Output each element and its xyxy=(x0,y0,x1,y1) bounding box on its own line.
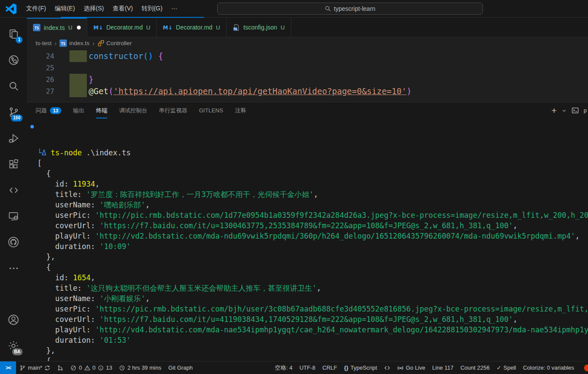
terminal-shell-label: p xyxy=(584,107,588,114)
terminal-line: duration: '10:09' xyxy=(37,241,588,252)
menu-item-3[interactable]: 查看(V) xyxy=(108,3,137,15)
breadcrumb: ts-test›TSindex.ts›Controller xyxy=(27,37,588,49)
panel-tab-问题[interactable]: 问题13 xyxy=(36,103,61,118)
statusbar-time-tracker[interactable]: 2 hrs 39 mins xyxy=(116,361,165,374)
statusbar-git-graph-icon-button[interactable] xyxy=(54,361,67,374)
terminal-dropdown-chevron-icon[interactable] xyxy=(562,108,567,113)
breadcrumb-label: index.ts xyxy=(69,40,89,46)
activity-settings-icon[interactable]: BA xyxy=(3,335,24,357)
panel-tab-串行监视器[interactable]: 串行监视器 xyxy=(159,103,187,118)
editor-line-24[interactable]: 24constructor() { xyxy=(27,50,588,62)
warn-count: 0 xyxy=(92,364,96,371)
statusbar-language-mode-label: TypeScript xyxy=(350,364,377,371)
svg-text:M↓: M↓ xyxy=(163,25,172,31)
terminal-line: coverUrl: 'https://f7.baidu.com/it/u=411… xyxy=(37,314,588,325)
panel-tab-label: 问题 xyxy=(36,107,47,115)
tab-Decorator.md[interactable]: M↓Decorator.mdU xyxy=(157,18,226,37)
git-change-gutter xyxy=(69,74,87,85)
editor-line-26[interactable]: 26} xyxy=(27,74,588,85)
error-status-icon xyxy=(70,365,76,371)
statusbar-spell-checker[interactable]: ✓Spell xyxy=(493,361,519,374)
breadcrumb-item-Controller[interactable]: Controller xyxy=(98,40,132,46)
tab-index.ts[interactable]: TSindex.tsU xyxy=(27,18,87,37)
tab-git-status: U xyxy=(216,24,220,31)
account-glyph-icon xyxy=(7,314,20,326)
terminal-line: id: 11934, xyxy=(37,179,588,189)
new-terminal-button[interactable]: + xyxy=(552,106,557,115)
statusbar-spell-checker-label: Spell xyxy=(503,364,516,371)
tab-git-status: U xyxy=(68,24,72,31)
line-number: 26 xyxy=(27,74,54,85)
angles-status-icon xyxy=(384,365,390,371)
statusbar-line-indicator[interactable]: Line 117 xyxy=(429,361,457,374)
terminal-line: }, xyxy=(37,252,588,262)
activity-run-debug-icon[interactable] xyxy=(3,127,24,149)
activity-explorer-icon[interactable]: 1 xyxy=(3,23,24,45)
statusbar-time-tracker-label: 2 hrs 39 mins xyxy=(127,364,161,371)
activity-search-icon[interactable] xyxy=(3,75,24,97)
class-breadcrumb-icon xyxy=(98,40,104,46)
activity-gitlens-icon[interactable] xyxy=(3,49,24,71)
editor-line-27[interactable]: 27@Get('https://api.apiopen.top/api/getH… xyxy=(27,85,588,97)
panel-tab-输出[interactable]: 输出 xyxy=(73,103,84,118)
panel-tab-调试控制台[interactable]: 调试控制台 xyxy=(119,103,147,118)
bottom-panel: 问题13输出终端调试控制台串行监视器GITLENS注释 + p └Δ ts-no… xyxy=(27,102,588,361)
tab-dirty-dot[interactable] xyxy=(77,26,81,30)
panel-tab-label: 输出 xyxy=(73,107,84,115)
statusbar-go-live[interactable]: Go Live xyxy=(394,361,429,374)
breadcrumb-item-index.ts[interactable]: TSindex.ts xyxy=(59,39,89,47)
statusbar-branch[interactable]: main* xyxy=(16,361,54,374)
activity-extensions-icon[interactable] xyxy=(3,153,24,175)
terminal-output[interactable]: └Δ ts-node .\index.ts[ { id: 11934, titl… xyxy=(27,118,588,361)
panel-tab-终端[interactable]: 终端 xyxy=(96,103,107,118)
statusbar-remote[interactable]: >< xyxy=(0,361,16,374)
terminal-line: duration: '01:53' xyxy=(37,335,588,345)
panel-tab-注释[interactable]: 注释 xyxy=(235,103,246,118)
activity-bar: 1150BA xyxy=(0,18,27,361)
menu-item-2[interactable]: 选择(S) xyxy=(79,3,109,15)
tab-Decorator.md[interactable]: M↓Decorator.mdU xyxy=(87,18,157,37)
statusbar-problems[interactable]: 0013 xyxy=(67,361,116,374)
gitlens-glyph-icon xyxy=(8,54,20,66)
activity-account-icon[interactable] xyxy=(3,309,24,331)
panel-tab-GITLENS[interactable]: GITLENS xyxy=(199,103,223,118)
ts-breadcrumb-icon: TS xyxy=(59,39,67,47)
menu-item-4[interactable]: 转到(G) xyxy=(137,3,167,15)
statusbar-highlight-toggle[interactable] xyxy=(380,361,394,374)
status-bar: ><main*00132 hrs 39 minsGit Graph 空格: 4U… xyxy=(0,361,588,374)
menu-item-1[interactable]: 编辑(E) xyxy=(50,3,79,15)
command-center-search[interactable]: typescript-learn xyxy=(217,3,483,15)
statusbar-encoding[interactable]: UTF-8 xyxy=(296,361,319,374)
terminal-line: playUrl: 'http://vd2.bdstatic.com/mda-nd… xyxy=(37,231,588,241)
terminal-profile-icon[interactable] xyxy=(571,107,579,114)
breadcrumb-item-ts-test[interactable]: ts-test xyxy=(36,40,52,46)
editor-line-25[interactable]: 25 xyxy=(27,62,588,74)
tab-label: Decorator.md xyxy=(106,24,143,31)
statusbar-eol[interactable]: CRLF xyxy=(319,361,340,374)
activity-source-control-badge: 150 xyxy=(11,115,23,121)
search-value: typescript-learn xyxy=(334,5,376,12)
warn-status-icon xyxy=(84,365,90,371)
gitgraph-status-icon xyxy=(57,365,63,371)
tab-tsconfig.json[interactable]: TStsconfig.jsonU xyxy=(227,18,291,37)
statusbar-indentation[interactable]: 空格: 4 xyxy=(271,361,296,374)
activity-more-icon[interactable] xyxy=(3,257,24,279)
statusbar-language-mode[interactable]: {}TypeScript xyxy=(340,361,380,374)
extensions-glyph-icon xyxy=(8,158,20,170)
activity-code-angles-icon[interactable] xyxy=(3,179,24,201)
activity-remote-explorer-icon[interactable] xyxy=(3,205,24,227)
statusbar-word-count[interactable]: Count 2256 xyxy=(457,361,493,374)
menu-item-more[interactable]: ··· xyxy=(167,3,182,15)
activity-source-control-icon[interactable]: 150 xyxy=(3,101,24,123)
terminal-command-decoration-icon[interactable] xyxy=(30,125,34,128)
editor[interactable]: 24constructor() {2526}27@Get('https://ap… xyxy=(27,49,588,102)
panel-tab-label: GITLENS xyxy=(199,107,223,114)
code-angles-glyph-icon xyxy=(8,184,20,196)
statusbar-remote-label: >< xyxy=(6,364,10,371)
menu-item-0[interactable]: 文件(F) xyxy=(22,3,50,15)
statusbar-git-graph[interactable]: Git Graph xyxy=(165,361,196,374)
svg-text:M↓: M↓ xyxy=(93,25,103,31)
activity-github-icon[interactable] xyxy=(3,231,24,253)
statusbar-colorize[interactable]: Colorize: 0 variables xyxy=(519,361,578,374)
line-number: 25 xyxy=(27,62,54,74)
